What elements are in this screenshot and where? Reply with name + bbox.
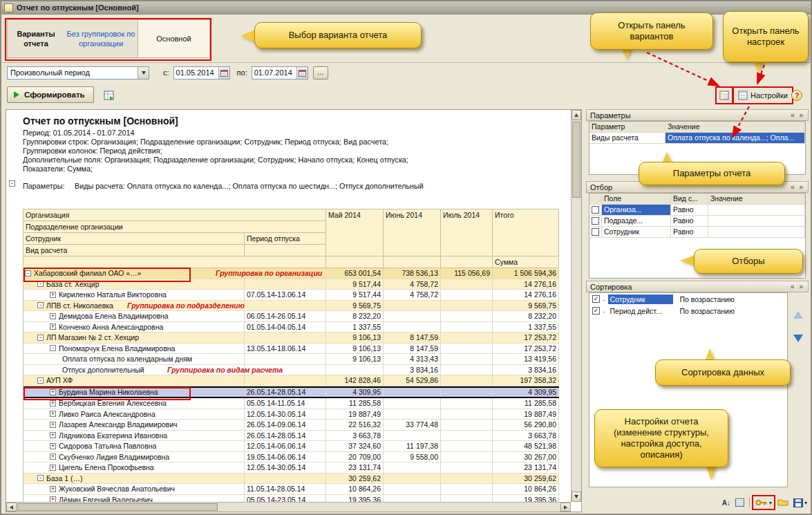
sort-row[interactable]: ✓-Период дейст...По возрастанию <box>589 305 787 317</box>
expand-icon[interactable]: + <box>50 389 56 395</box>
checkbox[interactable] <box>592 217 599 225</box>
filter-field[interactable]: Подразде... <box>602 216 671 226</box>
report-row[interactable]: -Хабаровский филиал ОАО «…»Группировка п… <box>23 268 559 279</box>
expand-icon[interactable]: + <box>50 422 56 428</box>
checkbox[interactable] <box>592 206 599 214</box>
filter-compare[interactable]: Равно <box>671 227 708 237</box>
checkbox[interactable] <box>592 228 599 236</box>
filter-row[interactable]: Организа...Равно <box>589 205 805 216</box>
filter-row[interactable]: Подразде...Равно <box>589 216 805 227</box>
param-value[interactable]: Оплата отпуска по календа...; Опла... <box>665 133 805 143</box>
collapse-icon[interactable]: - <box>50 345 56 351</box>
sort-field[interactable]: Период дейст... <box>608 306 673 316</box>
filter-field[interactable]: Сотрудник <box>602 227 671 237</box>
report-row[interactable]: -ЛПВ ст. НиколаевкаГруппировка по подраз… <box>23 301 559 312</box>
filter-compare[interactable]: Равно <box>671 216 708 226</box>
collapse-icon[interactable]: - <box>37 335 44 341</box>
collapse-panel-icon[interactable]: « » <box>791 183 804 191</box>
report-row[interactable]: -Пономарчук Елена Владимировна13.05.14-1… <box>23 344 559 355</box>
filter-section-header[interactable]: Отбор « » <box>586 181 809 193</box>
chevron-down-icon[interactable] <box>138 67 149 79</box>
open-variants-panel-button[interactable] <box>717 88 731 102</box>
horizontal-scrollbar[interactable] <box>6 502 571 512</box>
filter-value[interactable] <box>708 227 805 237</box>
sort-section-header[interactable]: Сортировка « » <box>586 281 809 292</box>
expand-icon[interactable]: + <box>50 443 56 449</box>
collapse-icon[interactable]: - <box>37 377 44 384</box>
help-button[interactable]: ? <box>791 90 802 101</box>
tab-no-grouping[interactable]: Без группировок по организации <box>64 19 138 58</box>
sort-order-icon[interactable]: А↓ <box>722 499 730 507</box>
scroll-up-icon[interactable] <box>572 110 581 120</box>
params-row[interactable]: Виды расчета Оплата отпуска по календа..… <box>589 133 805 144</box>
scroll-right-icon[interactable] <box>560 503 571 512</box>
report-row[interactable]: -АУП ХФ142 828,4654 529,86197 358,32 <box>23 375 559 386</box>
vertical-scroll-thumb[interactable] <box>572 122 580 198</box>
calendar-icon[interactable] <box>296 67 308 79</box>
expand-icon[interactable]: + <box>50 313 56 319</box>
vertical-scrollbar[interactable] <box>571 110 581 502</box>
sort-row[interactable]: ✓-СотрудникПо возрастанию <box>589 293 787 305</box>
params-section-header[interactable]: Параметры « » <box>586 109 809 121</box>
open-file-icon[interactable] <box>777 498 789 507</box>
report-row[interactable]: +Ливко Раиса Александровна12.05.14-30.05… <box>23 409 559 420</box>
report-row[interactable]: +Бурдина Марина Николаевна26.05.14-28.05… <box>23 386 559 399</box>
filter-row[interactable]: СотрудникРавно <box>589 227 805 238</box>
period-more-button[interactable]: ... <box>313 66 328 79</box>
expand-icon[interactable]: + <box>50 292 56 298</box>
generate-button[interactable]: Сформировать <box>7 86 94 103</box>
expand-icon[interactable]: + <box>50 432 56 438</box>
date-from-field[interactable]: 01.05.2014 <box>173 66 230 79</box>
save-button[interactable]: ▾ <box>793 498 807 507</box>
checkbox-checked[interactable]: ✓ <box>592 307 600 315</box>
move-up-button[interactable] <box>792 308 804 321</box>
calendar-icon[interactable] <box>218 67 229 79</box>
horizontal-scroll-thumb[interactable] <box>17 503 218 511</box>
report-row[interactable]: +Цигель Елена Прокофьевна12.05.14-30.05.… <box>23 462 559 474</box>
expand-icon[interactable]: + <box>50 465 56 471</box>
period-type-combobox[interactable]: Произвольный период <box>7 66 149 79</box>
view-list-icon[interactable] <box>735 498 744 507</box>
filter-field[interactable]: Организа... <box>602 205 671 215</box>
report-row[interactable]: +Конченко Анна Александровна01.05.14-04.… <box>23 322 559 333</box>
collapse-icon[interactable]: - <box>25 270 31 277</box>
collapse-panel-icon[interactable]: « » <box>791 111 804 119</box>
report-row[interactable]: -База 1 (…)30 259,6230 259,62 <box>23 474 559 485</box>
report-row[interactable]: +Скубченко Лидия Владимировна19.05.14-06… <box>23 452 559 463</box>
scroll-left-icon[interactable] <box>6 503 17 512</box>
report-output-icon[interactable] <box>102 88 116 102</box>
open-settings-panel-button[interactable]: Настройки <box>735 88 791 102</box>
report-row[interactable]: +Демидова Елена Владимировна06.05.14-26.… <box>23 311 559 322</box>
report-row[interactable]: +Кириленко Наталья Викторовна07.05.14-13… <box>23 290 559 301</box>
move-down-button[interactable] <box>792 332 804 344</box>
expand-icon[interactable]: + <box>50 496 56 502</box>
collapse-icon[interactable]: - <box>9 180 15 187</box>
filter-value[interactable] <box>708 205 805 215</box>
expand-icon[interactable]: + <box>50 453 56 460</box>
collapse-icon[interactable]: - <box>37 302 44 308</box>
report-row[interactable]: +Лядникова Екатерина Ивановна26.05.14-28… <box>23 431 559 442</box>
tab-main-variant[interactable]: Основной <box>138 19 210 58</box>
collapse-icon[interactable]: - <box>37 281 44 287</box>
expand-icon[interactable]: + <box>50 411 56 417</box>
report-row[interactable]: +Сидорова Татьяна Павловна12.05.14-06.06… <box>23 441 559 452</box>
sort-direction[interactable]: По возрастанию <box>680 307 735 315</box>
report-row[interactable]: +Дёмин Евгений Валерьевич05.05.14-23.05.… <box>23 495 559 503</box>
report-row[interactable]: -ЛП Магазин № 2 ст. Хехцир9 106,138 147,… <box>23 333 559 344</box>
filter-value[interactable] <box>708 216 805 226</box>
date-to-field[interactable]: 01.07.2014 <box>252 66 308 79</box>
report-row[interactable]: Оплата отпуска по календарным дням9 106,… <box>23 354 559 365</box>
expand-icon[interactable]: + <box>50 400 56 406</box>
filter-compare[interactable]: Равно <box>671 205 708 215</box>
sort-field[interactable]: Сотрудник <box>608 294 673 304</box>
collapse-icon[interactable]: - <box>37 475 44 481</box>
expand-icon[interactable]: + <box>50 486 56 492</box>
scroll-down-icon[interactable] <box>572 491 581 502</box>
report-row[interactable]: +Вербицкая Евгения Алексеевна05.05.14-11… <box>23 398 559 409</box>
expand-icon[interactable]: + <box>50 324 56 330</box>
report-row[interactable]: -База ст. Хехцир9 517,444 758,7214 276,1… <box>23 279 559 290</box>
sort-direction[interactable]: По возрастанию <box>680 295 735 303</box>
checkbox-checked[interactable]: ✓ <box>592 295 600 303</box>
report-row[interactable]: +Лазарев Александр Владимирович26.05.14-… <box>23 420 559 431</box>
report-row[interactable]: +Жуковский Вячеслав Анатольевич11.05.14-… <box>23 484 559 495</box>
